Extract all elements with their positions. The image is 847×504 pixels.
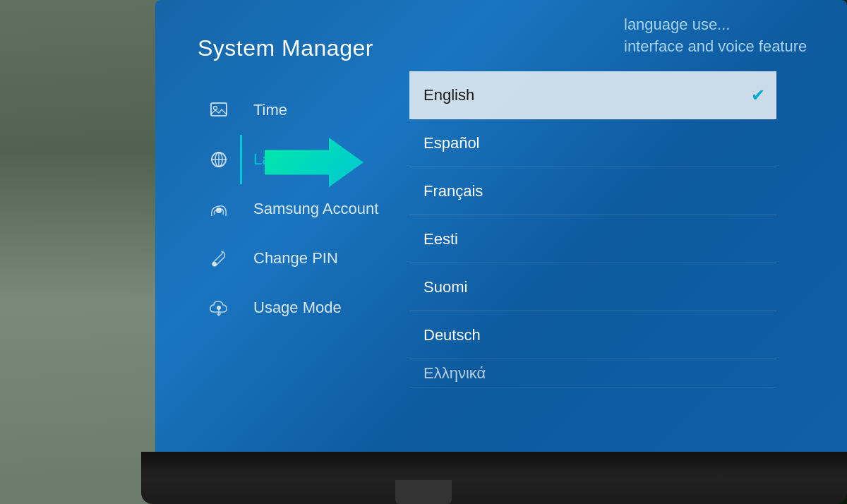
- tv-bezel-bottom: [141, 452, 847, 504]
- selected-check-icon: ✔: [751, 85, 765, 105]
- lang-option-english[interactable]: English ✔: [409, 71, 776, 119]
- tv-screen: language use...interface and voice featu…: [155, 0, 847, 459]
- menu-item-change-pin[interactable]: Change PIN: [240, 234, 409, 283]
- svg-point-1: [214, 107, 217, 110]
- lang-option-espanol[interactable]: Español: [409, 119, 776, 167]
- wrench-icon[interactable]: [198, 234, 240, 283]
- menu-item-time[interactable]: Time: [240, 85, 409, 135]
- network-icon[interactable]: [198, 135, 240, 184]
- language-dropdown: English ✔ Español Français Eesti Suomi: [409, 71, 776, 438]
- menu-item-samsung-account[interactable]: Samsung Account: [240, 184, 409, 234]
- tv-stand: [395, 480, 452, 504]
- svg-rect-0: [211, 103, 227, 116]
- menu-list: Time Language Samsung Account Change PIN…: [240, 78, 409, 438]
- menu-item-usage-mode[interactable]: Usage Mode: [240, 283, 409, 332]
- lang-option-eesti[interactable]: Eesti: [409, 215, 776, 263]
- svg-point-8: [217, 306, 220, 309]
- lang-option-francais[interactable]: Français: [409, 167, 776, 215]
- svg-point-7: [213, 263, 216, 265]
- picture-icon[interactable]: [198, 85, 240, 135]
- broadcast-icon[interactable]: [198, 184, 240, 234]
- lang-option-suomi[interactable]: Suomi: [409, 263, 776, 311]
- cloud-icon[interactable]: [198, 283, 240, 332]
- tv-background: language use...interface and voice featu…: [0, 0, 847, 504]
- system-manager-panel: System Manager: [198, 35, 776, 445]
- sidebar-icons: [198, 78, 240, 438]
- lang-option-deutsch[interactable]: Deutsch: [409, 311, 776, 359]
- panel-title: System Manager: [198, 35, 776, 61]
- lang-option-ellinka[interactable]: Ελληνικά: [409, 359, 776, 388]
- panel-content: Time Language Samsung Account Change PIN…: [198, 78, 776, 438]
